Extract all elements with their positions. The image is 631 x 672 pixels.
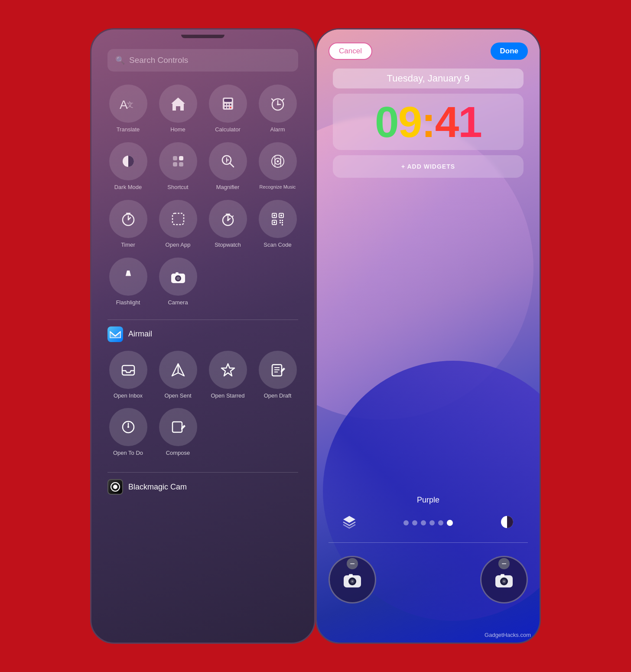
open-draft-icon bbox=[259, 351, 297, 389]
control-shortcut[interactable]: Shortcut bbox=[157, 142, 198, 191]
svg-point-41 bbox=[176, 277, 180, 280]
svg-rect-32 bbox=[280, 215, 282, 216]
camera-icon bbox=[159, 258, 197, 296]
section-divider bbox=[107, 320, 298, 320]
date-bar: Tuesday, January 9 bbox=[333, 69, 524, 88]
svg-point-7 bbox=[224, 107, 226, 108]
control-magnifier[interactable]: Magnifier bbox=[207, 142, 248, 191]
minus-badge-right: − bbox=[498, 558, 510, 569]
svg-rect-14 bbox=[179, 156, 183, 160]
clock-display: 09:41 bbox=[333, 94, 524, 150]
svg-point-5 bbox=[227, 104, 229, 105]
add-widgets-label: + ADD WIDGETS bbox=[401, 163, 455, 170]
camera-label: Camera bbox=[168, 299, 188, 307]
control-open-inbox[interactable]: Open Inbox bbox=[107, 351, 149, 400]
home-label: Home bbox=[170, 126, 185, 134]
control-translate[interactable]: A文 Translate bbox=[107, 85, 149, 134]
svg-point-6 bbox=[230, 104, 231, 105]
scan-code-icon bbox=[259, 200, 297, 238]
timer-icon bbox=[109, 200, 147, 238]
controls-grid-row4: Flashlight Camera bbox=[107, 258, 298, 307]
magnifier-icon bbox=[209, 142, 247, 180]
main-container: 🔍 Search Controls A文 Translate Home bbox=[77, 22, 554, 650]
svg-rect-13 bbox=[173, 156, 177, 160]
control-calculator[interactable]: Calculator bbox=[207, 85, 248, 134]
minus-badge-left: − bbox=[347, 558, 358, 569]
dark-mode-icon bbox=[109, 142, 147, 180]
open-sent-label: Open Sent bbox=[164, 392, 191, 400]
control-dark-mode[interactable]: Dark Mode bbox=[107, 142, 149, 191]
svg-rect-38 bbox=[282, 224, 283, 225]
svg-point-11 bbox=[277, 104, 279, 105]
recognize-music-label: Recognize Music bbox=[260, 184, 296, 190]
controls-grid-row1: A文 Translate Home bbox=[107, 85, 298, 134]
search-input-placeholder: Search Controls bbox=[129, 55, 188, 65]
compose-icon bbox=[159, 408, 197, 446]
digit-one: 1 bbox=[458, 98, 481, 146]
dot-1[interactable] bbox=[403, 520, 409, 525]
airmail-label: Airmail bbox=[128, 329, 152, 339]
search-bar[interactable]: 🔍 Search Controls bbox=[107, 49, 298, 72]
bottom-divider bbox=[329, 542, 528, 543]
airmail-grid-row2: Open To Do Compose bbox=[107, 408, 298, 457]
control-open-app[interactable]: Open App bbox=[157, 200, 198, 249]
clock-time: 09:41 bbox=[339, 100, 517, 144]
control-open-starred[interactable]: Open Starred bbox=[207, 351, 248, 400]
camera-button-right[interactable]: − bbox=[480, 556, 528, 603]
controls-grid-row3: Timer Open App bbox=[107, 200, 298, 249]
dot-3[interactable] bbox=[421, 520, 426, 525]
dot-4[interactable] bbox=[429, 520, 435, 525]
home-icon bbox=[159, 85, 197, 123]
calculator-icon bbox=[209, 85, 247, 123]
cancel-button[interactable]: Cancel bbox=[329, 42, 372, 60]
dot-2[interactable] bbox=[412, 520, 417, 525]
control-camera[interactable]: Camera bbox=[157, 258, 198, 307]
open-starred-icon bbox=[209, 351, 247, 389]
blackmagic-section-header: Blackmagic Cam bbox=[107, 479, 298, 495]
svg-point-52 bbox=[127, 426, 129, 428]
alarm-icon bbox=[259, 85, 297, 123]
open-app-icon bbox=[159, 200, 197, 238]
translate-label: Translate bbox=[117, 126, 140, 134]
control-alarm[interactable]: Alarm bbox=[257, 85, 298, 134]
stopwatch-label: Stopwatch bbox=[215, 241, 241, 249]
footer-divider bbox=[107, 472, 298, 473]
alarm-label: Alarm bbox=[270, 126, 285, 134]
control-home[interactable]: Home bbox=[157, 85, 198, 134]
dot-6-active[interactable] bbox=[447, 520, 453, 526]
control-compose[interactable]: Compose bbox=[157, 408, 198, 457]
dot-5[interactable] bbox=[438, 520, 443, 525]
svg-rect-66 bbox=[501, 574, 504, 577]
control-recognize-music[interactable]: Recognize Music bbox=[257, 142, 298, 191]
top-buttons-row: Cancel Done bbox=[329, 42, 528, 60]
right-content: Cancel Done Tuesday, January 9 09:41 + A… bbox=[317, 29, 540, 643]
notch-left bbox=[181, 35, 224, 38]
svg-rect-37 bbox=[282, 222, 283, 223]
flashlight-icon bbox=[109, 258, 147, 296]
camera-button-left[interactable]: − bbox=[329, 556, 376, 603]
svg-rect-3 bbox=[224, 99, 232, 102]
add-widgets-button[interactable]: + ADD WIDGETS bbox=[333, 155, 524, 178]
svg-point-62 bbox=[351, 581, 353, 582]
svg-point-8 bbox=[227, 107, 229, 108]
control-open-sent[interactable]: Open Sent bbox=[157, 351, 198, 400]
control-open-todo[interactable]: Open To Do bbox=[107, 408, 149, 457]
control-timer[interactable]: Timer bbox=[107, 200, 149, 249]
color-label: Purple bbox=[417, 496, 439, 505]
svg-point-27 bbox=[227, 219, 229, 221]
control-scan-code[interactable]: Scan Code bbox=[257, 200, 298, 249]
control-stopwatch[interactable]: Stopwatch bbox=[207, 200, 248, 249]
svg-rect-15 bbox=[173, 162, 177, 166]
done-button[interactable]: Done bbox=[491, 42, 528, 60]
controls-grid-row2: Dark Mode Shortcut bbox=[107, 142, 298, 191]
svg-rect-16 bbox=[179, 162, 183, 166]
svg-line-18 bbox=[230, 163, 234, 167]
layers-icon[interactable] bbox=[342, 514, 357, 532]
blackmagic-label: Blackmagic Cam bbox=[128, 483, 187, 492]
control-flashlight[interactable]: Flashlight bbox=[107, 258, 149, 307]
digit-four: 4 bbox=[435, 98, 459, 146]
control-open-draft[interactable]: Open Draft bbox=[257, 351, 298, 400]
svg-point-56 bbox=[113, 485, 117, 489]
color-dots-group bbox=[403, 520, 453, 526]
dark-mode-toggle-icon[interactable] bbox=[499, 514, 515, 532]
